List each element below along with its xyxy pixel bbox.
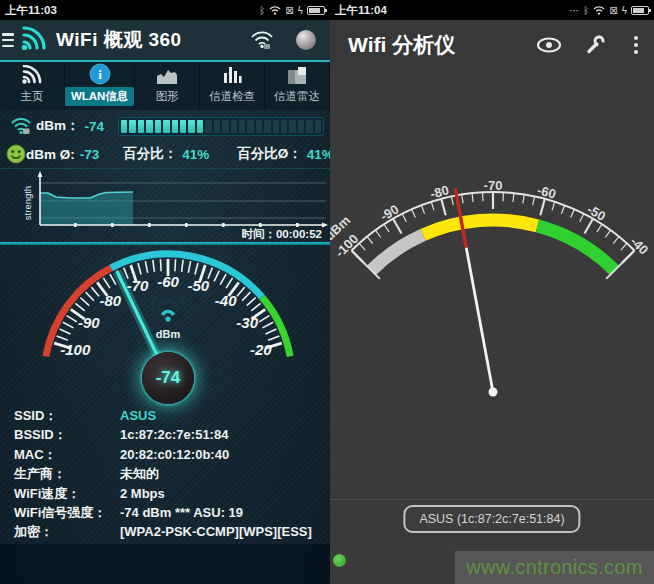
eye-icon[interactable] — [536, 37, 562, 53]
svg-text:-90: -90 — [378, 202, 402, 224]
graph-icon — [155, 62, 179, 85]
channel-bars-icon — [222, 62, 242, 85]
wifi-overview-app: 上午11:03 ᛒ ⊠ ϟ WiFi 概观 360 主页iWLAN信息图形信道检… — [0, 0, 330, 584]
bar-segment — [306, 120, 312, 133]
signal-summary: dBm： -74 dBm Ø: -73 百分比： 41% 百分比Ø： 41% — [0, 112, 330, 169]
app-logo-icon — [20, 26, 48, 54]
status-dot — [333, 554, 346, 567]
svg-text:-50: -50 — [188, 277, 210, 294]
detail-row: WiFi信号强度：-74 dBm *** ASU: 19 — [0, 503, 330, 522]
bar-segment — [298, 120, 304, 133]
right-app-header: Wifi 分析仪 — [330, 20, 654, 70]
detail-row: SSID：ASUS — [0, 406, 330, 425]
left-app-title: WiFi 概观 360 — [56, 27, 250, 53]
svg-text:-60: -60 — [157, 273, 179, 290]
percent-label: 百分比： — [123, 145, 177, 163]
bar-segment — [247, 120, 253, 133]
detail-row: MAC：20:82:c0:12:0b:40 — [0, 445, 330, 464]
bar-segment — [205, 120, 211, 133]
tab-graph[interactable]: 图形 — [135, 62, 200, 110]
dbm-label: dBm： — [36, 117, 80, 135]
left-tab-bar: 主页iWLAN信息图形信道检查信道雷达 — [0, 62, 330, 110]
tab-channel-check[interactable]: 信道检查 — [200, 62, 265, 110]
detail-value: 2 Mbps — [120, 484, 165, 503]
strength-graph-plot: strength — [0, 170, 330, 234]
bar-segment — [239, 120, 245, 133]
battery-icon — [631, 6, 649, 15]
menu-icon[interactable] — [2, 31, 14, 49]
gauge-value: -74 — [156, 368, 181, 388]
bar-segment — [163, 120, 169, 133]
bottom-divider — [330, 499, 654, 500]
graph-y-axis-label: strength — [22, 186, 33, 220]
battery-icon — [307, 6, 325, 15]
strength-history-graph: strength 时间：00:00:52 — [0, 170, 330, 242]
detail-label: WiFi信号强度： — [14, 503, 120, 522]
svg-text:-40: -40 — [215, 292, 237, 309]
info-icon: i — [89, 62, 111, 85]
watermark: www.cntronics.com — [455, 551, 654, 584]
detail-value: [WPA2-PSK-CCMP][WPS][ESS] — [120, 522, 312, 541]
detail-row: BSSID：1c:87:2c:7e:51:84 — [0, 425, 330, 444]
svg-text:-70: -70 — [484, 178, 503, 193]
bar-segment — [146, 120, 152, 133]
bar-segment — [222, 120, 228, 133]
wifi-scan-icon[interactable] — [250, 31, 274, 50]
bar-segment — [214, 120, 220, 133]
right-status-bar: 上午11:04 ⋯ ᛒ ⊠ ϟ — [330, 0, 654, 20]
dbm-value: -74 — [85, 119, 105, 134]
bluetooth-icon: ᛒ — [583, 5, 589, 16]
bar-segment — [188, 120, 194, 133]
svg-text:-20: -20 — [250, 341, 272, 358]
svg-text:-90: -90 — [78, 314, 100, 331]
signal-row-average: dBm Ø: -73 百分比： 41% 百分比Ø： 41% — [0, 140, 330, 168]
wifi-status-icon — [269, 5, 281, 15]
detail-label: WiFi速度： — [14, 484, 120, 503]
detail-row: 生产商：未知的 — [0, 464, 330, 483]
alarm-status-icon: ⊠ — [609, 5, 617, 16]
screenshot-stage: 上午11:03 ᛒ ⊠ ϟ WiFi 概观 360 主页iWLAN信息图形信道检… — [0, 0, 654, 584]
wifi-lock-icon — [6, 117, 36, 135]
bar-segment — [281, 120, 287, 133]
bar-segment — [197, 120, 203, 133]
wrench-icon[interactable] — [584, 34, 606, 56]
signal-row-current: dBm： -74 — [0, 112, 330, 140]
svg-text:-80: -80 — [99, 292, 121, 309]
globe-icon[interactable] — [296, 30, 316, 50]
notification-dots-icon: ⋯ — [569, 5, 579, 16]
overflow-menu-icon[interactable] — [630, 32, 642, 58]
elapsed-time: 时间：00:00:52 — [241, 227, 322, 242]
bar-segment — [315, 120, 321, 133]
tab-channel-radar[interactable]: 信道雷达 — [265, 62, 330, 110]
bar-segment — [172, 120, 178, 133]
charging-icon: ϟ — [298, 5, 303, 16]
percent-value: 41% — [182, 147, 209, 162]
bar-segment — [264, 120, 270, 133]
detail-row: WiFi速度：2 Mbps — [0, 484, 330, 503]
tab-label: WLAN信息 — [65, 87, 135, 106]
tab-label: 图形 — [150, 87, 185, 106]
bar-segment — [231, 120, 237, 133]
bar-segment — [129, 120, 135, 133]
tab-home[interactable]: 主页 — [0, 62, 65, 110]
wifi-status-icon — [593, 5, 605, 15]
tab-label: 信道雷达 — [268, 87, 326, 106]
bar-segment — [273, 120, 279, 133]
right-status-time: 上午11:04 — [335, 3, 387, 18]
bar-segment — [121, 120, 127, 133]
percent-avg-label: 百分比Ø： — [237, 145, 302, 163]
tab-label: 信道检查 — [203, 87, 261, 106]
svg-text:-50: -50 — [585, 202, 609, 224]
detail-value: ASUS — [120, 406, 156, 425]
left-app-header: WiFi 概观 360 — [0, 20, 330, 62]
selected-ap-button[interactable]: ASUS (1c:87:2c:7e:51:84) — [403, 505, 580, 533]
detail-label: 生产商： — [14, 464, 120, 483]
detail-value: 1c:87:2c:7e:51:84 — [120, 425, 228, 444]
dbm-avg-value: -73 — [80, 147, 100, 162]
dbm-avg-label: dBm Ø: — [26, 147, 75, 162]
tab-wlan-info[interactable]: iWLAN信息 — [65, 62, 136, 110]
signal-meter-gauge: -100-90-80-70-60-50-40dBm — [330, 70, 654, 430]
gauge-wifi-icon: dBm — [138, 296, 198, 340]
detail-value: -74 dBm *** ASU: 19 — [120, 503, 243, 522]
bar-segment — [138, 120, 144, 133]
